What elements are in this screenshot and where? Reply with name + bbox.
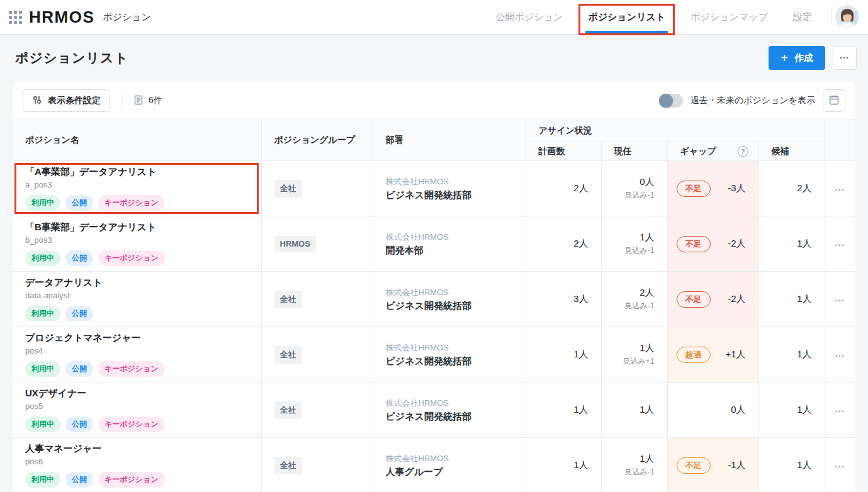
- position-name-cell[interactable]: 「B事業部」データアナリスト b_pos3 利用中公開キーポジション: [13, 216, 261, 272]
- badge-key: キーポジション: [98, 472, 165, 488]
- toolbar-right: 過去・未来のポジションを表示: [659, 89, 845, 112]
- badge-public: 公開: [65, 195, 93, 211]
- gap-cell: 超過 +1人: [667, 327, 758, 383]
- position-title: 「B事業部」データアナリスト: [25, 221, 261, 233]
- gap-status-badge: 不足: [677, 236, 711, 252]
- col-header-position-name: ポジション名: [13, 120, 261, 161]
- department-name: ビジネス開発統括部: [386, 300, 526, 312]
- current-forecast: 見込み-1: [602, 245, 655, 256]
- badge-active: 利用中: [25, 306, 60, 321]
- badge-active: 利用中: [25, 417, 60, 432]
- row-menu-button[interactable]: •••: [835, 242, 845, 249]
- nav-item-public-positions[interactable]: 公開ポジション: [496, 11, 563, 23]
- badge-key: キーポジション: [98, 250, 165, 266]
- calendar-button[interactable]: [823, 89, 845, 112]
- nav-item-position-map[interactable]: ポジションマップ: [690, 11, 768, 23]
- gap-status-badge: 不足: [677, 457, 711, 474]
- header-divider: [831, 9, 831, 25]
- current-count-cell: 1人 見込み-1: [601, 216, 667, 272]
- position-group-cell: HRMOS: [261, 216, 373, 272]
- col-header-gap-label: ギャップ: [680, 146, 716, 157]
- more-icon: •••: [835, 408, 845, 415]
- company-name: 株式会社HRMOS: [386, 398, 526, 409]
- row-menu-cell: •••: [825, 216, 855, 272]
- hrmos-logo[interactable]: HRMOS: [29, 8, 94, 27]
- table-header: ポジション名 ポジショングループ 部署 アサイン状況 計画数 現任 ギャップ ?…: [13, 120, 855, 161]
- department-cell: 株式会社HRMOS ビジネス開発統括部: [373, 161, 526, 216]
- position-title: データアナリスト: [25, 277, 261, 289]
- status-badges: 利用中公開キーポジション: [25, 472, 261, 488]
- group-tag: 全社: [274, 457, 302, 474]
- gap-value: +1人: [725, 349, 745, 361]
- badge-active: 利用中: [25, 250, 60, 266]
- badge-key: キーポジション: [98, 361, 165, 377]
- position-title: 人事マネージャー: [25, 443, 261, 455]
- position-name-cell[interactable]: データアナリスト data-analyst 利用中公開: [13, 272, 261, 327]
- nav-item-position-list[interactable]: ポジションリスト: [588, 11, 665, 23]
- candidates-cell: 1人: [758, 438, 825, 492]
- nav-item-label: ポジションリスト: [588, 11, 665, 22]
- user-avatar[interactable]: [835, 5, 859, 29]
- nav-item-label: 公開ポジション: [496, 11, 563, 22]
- nav-item-settings[interactable]: 設定: [793, 11, 812, 23]
- gap-status-badge: 超過: [677, 347, 711, 363]
- position-name-cell[interactable]: 「A事業部」データアナリスト a_pos3 利用中公開キーポジション: [13, 161, 261, 216]
- nav-item-label: 設定: [793, 11, 812, 22]
- past-future-toggle[interactable]: [659, 94, 683, 108]
- app-grid-icon[interactable]: [9, 11, 22, 24]
- row-menu-button[interactable]: •••: [835, 187, 845, 193]
- table-row[interactable]: 「A事業部」データアナリスト a_pos3 利用中公開キーポジション 全社 株式…: [13, 161, 855, 216]
- table-body: 「A事業部」データアナリスト a_pos3 利用中公開キーポジション 全社 株式…: [13, 161, 855, 492]
- department-name: ビジネス開発統括部: [386, 411, 526, 423]
- row-menu-button[interactable]: •••: [835, 298, 845, 304]
- company-name: 株式会社HRMOS: [386, 453, 526, 464]
- plus-icon: +: [781, 52, 788, 64]
- candidates-cell: 1人: [758, 327, 825, 383]
- badge-public: 公開: [65, 361, 93, 377]
- department-cell: 株式会社HRMOS 人事グループ: [373, 438, 526, 492]
- department-name: 開発本部: [386, 245, 526, 257]
- current-count-cell: 1人 見込み-1: [601, 438, 667, 492]
- calendar-icon: [828, 94, 840, 108]
- table-row[interactable]: プロジェクトマネージャー pos4 利用中公開キーポジション 全社 株式会社HR…: [13, 327, 855, 383]
- table-row[interactable]: UXデザイナー pos5 利用中公開キーポジション 全社 株式会社HRMOS ビ…: [13, 383, 855, 438]
- current-count: 1人: [602, 404, 655, 416]
- gap-cell: 不足 -1人: [667, 438, 758, 492]
- past-future-toggle-label: 過去・未来のポジションを表示: [690, 95, 815, 106]
- candidates-cell: 2人: [758, 161, 825, 216]
- department-cell: 株式会社HRMOS 開発本部: [373, 216, 526, 272]
- create-button[interactable]: + 作成: [769, 46, 825, 70]
- position-name-cell[interactable]: 人事マネージャー pos6 利用中公開キーポジション: [13, 438, 261, 492]
- sliders-icon: [32, 95, 42, 107]
- table-row[interactable]: 人事マネージャー pos6 利用中公開キーポジション 全社 株式会社HRMOS …: [13, 438, 855, 492]
- table-row[interactable]: データアナリスト data-analyst 利用中公開 全社 株式会社HRMOS…: [13, 272, 855, 327]
- active-tab-underline: [585, 31, 668, 33]
- position-id: b_pos3: [25, 235, 261, 245]
- gap-status-badge: 不足: [677, 181, 711, 197]
- nav-item-label: ポジションマップ: [690, 11, 768, 22]
- more-icon: •••: [840, 55, 849, 61]
- table-row[interactable]: 「B事業部」データアナリスト b_pos3 利用中公開キーポジション HRMOS…: [13, 216, 855, 272]
- current-count: 1人: [602, 453, 655, 465]
- group-tag: 全社: [274, 401, 302, 419]
- position-id: pos4: [25, 346, 261, 355]
- position-name-cell[interactable]: UXデザイナー pos5 利用中公開キーポジション: [13, 383, 261, 438]
- company-name: 株式会社HRMOS: [386, 342, 526, 354]
- badge-public: 公開: [65, 472, 93, 488]
- row-menu-button[interactable]: •••: [835, 408, 845, 415]
- col-header-gap: ギャップ ?: [667, 142, 758, 161]
- gap-status-badge: 不足: [677, 291, 711, 308]
- create-button-label: 作成: [794, 52, 813, 64]
- position-name-cell[interactable]: プロジェクトマネージャー pos4 利用中公開キーポジション: [13, 327, 261, 383]
- primary-nav: 公開ポジション ポジションリスト ポジションマップ 設定: [496, 11, 812, 23]
- current-forecast: 見込み-1: [602, 301, 655, 311]
- row-menu-button[interactable]: •••: [835, 464, 845, 470]
- position-table: ポジション名 ポジショングループ 部署 アサイン状況 計画数 現任 ギャップ ?…: [13, 120, 855, 492]
- display-settings-button[interactable]: 表示条件設定: [23, 89, 110, 112]
- row-menu-button[interactable]: •••: [835, 353, 845, 359]
- page-more-button[interactable]: •••: [833, 46, 857, 70]
- group-tag: 全社: [274, 291, 302, 308]
- page-title: ポジションリスト: [15, 49, 128, 67]
- page-actions: + 作成 •••: [769, 46, 857, 70]
- help-icon[interactable]: ?: [738, 146, 748, 157]
